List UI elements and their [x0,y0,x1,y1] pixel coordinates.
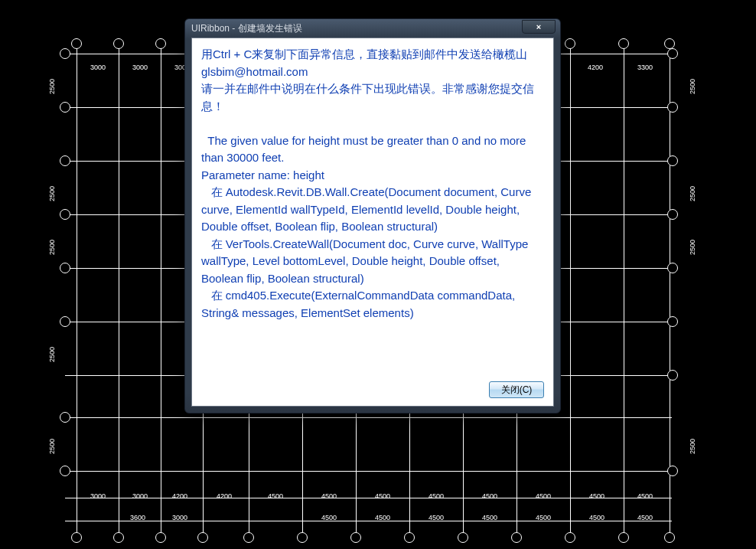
dimension-text: 4200 [217,492,232,500]
grid-bubble [667,466,678,476]
dimension-text: 4500 [637,492,653,500]
grid-line [624,42,624,538]
grid-bubble [243,532,254,543]
grid-bubble [667,263,678,273]
grid-bubble [618,532,629,543]
dialog-title: UIRibbon - 创建墙发生错误 [191,22,302,35]
close-action-button[interactable]: 关闭(C) [489,381,544,398]
grid-bubble [667,209,678,220]
dimension-text: 4200 [588,64,603,71]
grid-line [65,521,672,521]
dimension-text: 2500 [689,79,696,94]
dimension-text: 3000 [132,492,148,500]
dimension-text: 4500 [482,514,497,521]
grid-line [65,498,672,498]
grid-bubble [60,209,70,220]
grid-bubble [60,48,70,59]
grid-line [161,42,161,538]
dimension-text: 2500 [689,439,696,454]
dialog-button-row: 关闭(C) [201,381,544,398]
grid-bubble [60,155,70,166]
grid-bubble [60,102,70,113]
grid-bubble [71,532,82,543]
grid-bubble [60,466,70,476]
dimension-text: 3000 [172,514,187,521]
grid-line [77,42,77,538]
error-message: 用Ctrl + C来复制下面异常信息，直接黏贴到邮件中发送给橄榄山glsbim@… [201,46,544,375]
dimension-text: 3000 [90,64,106,71]
grid-bubble [155,38,166,49]
dimension-text: 3600 [130,514,145,521]
grid-bubble [618,38,629,49]
grid-bubble [667,316,678,327]
grid-bubble [71,38,82,49]
grid-line [65,417,672,418]
dialog-body: 用Ctrl + C来复制下面异常信息，直接黏贴到邮件中发送给橄榄山glsbim@… [191,38,554,407]
dimension-text: 4500 [536,492,551,500]
grid-bubble [458,532,468,543]
grid-bubble [565,532,575,543]
close-action-label: 关闭(C) [501,384,533,397]
dimension-text: 2500 [48,439,56,454]
grid-bubble [664,532,675,543]
grid-bubble [667,102,678,113]
grid-bubble [664,38,675,49]
grid-bubble [667,155,678,166]
grid-bubble [60,316,70,327]
dimension-text: 4500 [375,492,390,500]
grid-bubble [404,532,415,543]
dimension-text: 2500 [48,240,56,255]
grid-bubble [667,48,678,59]
grid-bubble [60,412,70,423]
dimension-text: 4200 [172,492,187,500]
grid-bubble [511,532,522,543]
grid-bubble [60,263,70,273]
grid-line [670,42,670,538]
dimension-text: 4500 [375,514,390,521]
dimension-text: 4500 [429,492,444,500]
dimension-text: 3000 [90,492,106,500]
dimension-text: 2500 [48,79,56,94]
grid-bubble [113,38,124,49]
dimension-text: 2500 [689,240,696,255]
dimension-text: 4500 [268,492,283,500]
grid-line [65,471,672,472]
grid-bubble [565,38,575,49]
dimension-text: 4500 [321,514,337,521]
dimension-text: 4500 [321,492,337,500]
error-dialog: UIRibbon - 创建墙发生错误 × 用Ctrl + C来复制下面异常信息，… [184,18,561,413]
dimension-text: 2500 [48,186,56,201]
grid-line [570,42,571,538]
dimension-text: 4500 [429,514,444,521]
grid-line [119,42,119,538]
dimension-text: 2500 [48,347,56,362]
grid-bubble [297,532,308,543]
grid-bubble [155,532,166,543]
grid-bubble [113,532,124,543]
grid-bubble [197,532,208,543]
close-button[interactable]: × [522,20,556,34]
dimension-text: 4500 [482,492,497,500]
dimension-text: 3300 [637,64,653,71]
dimension-text: 4500 [536,514,551,521]
dimension-text: 2500 [689,186,696,201]
dimension-text: 4500 [589,492,604,500]
close-icon: × [536,22,541,31]
dimension-text: 3000 [132,64,148,71]
grid-bubble [350,532,361,543]
dimension-text: 4500 [637,514,653,521]
dimension-text: 4500 [589,514,604,521]
dialog-titlebar[interactable]: UIRibbon - 创建墙发生错误 × [185,19,560,38]
grid-bubble [667,370,678,381]
